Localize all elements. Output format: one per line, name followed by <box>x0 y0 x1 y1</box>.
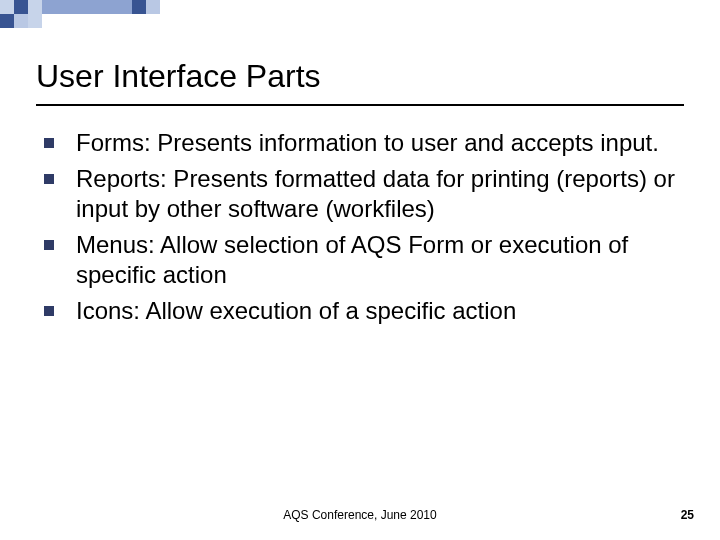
corner-decoration <box>0 0 170 34</box>
slide-title: User Interface Parts <box>36 58 321 95</box>
title-underline <box>36 104 684 106</box>
svg-rect-2 <box>28 0 42 14</box>
list-item: Menus: Allow selection of AQS Form or ex… <box>36 230 684 290</box>
bullet-text: Reports: Presents formatted data for pri… <box>76 164 684 224</box>
bullet-text: Forms: Presents information to user and … <box>76 128 659 158</box>
svg-rect-7 <box>14 14 28 28</box>
page-number: 25 <box>681 508 694 522</box>
svg-rect-6 <box>0 14 14 28</box>
list-item: Icons: Allow execution of a specific act… <box>36 296 684 326</box>
square-bullet-icon <box>44 138 54 148</box>
svg-rect-0 <box>0 0 14 14</box>
square-bullet-icon <box>44 240 54 250</box>
bullet-list: Forms: Presents information to user and … <box>36 128 684 332</box>
svg-rect-5 <box>146 0 160 14</box>
svg-rect-1 <box>14 0 28 14</box>
svg-rect-4 <box>132 0 146 14</box>
footer-text: AQS Conference, June 2010 <box>0 508 720 522</box>
square-bullet-icon <box>44 174 54 184</box>
bullet-text: Menus: Allow selection of AQS Form or ex… <box>76 230 684 290</box>
bullet-text: Icons: Allow execution of a specific act… <box>76 296 516 326</box>
list-item: Reports: Presents formatted data for pri… <box>36 164 684 224</box>
svg-rect-3 <box>42 0 132 14</box>
list-item: Forms: Presents information to user and … <box>36 128 684 158</box>
svg-rect-8 <box>28 14 42 28</box>
square-bullet-icon <box>44 306 54 316</box>
